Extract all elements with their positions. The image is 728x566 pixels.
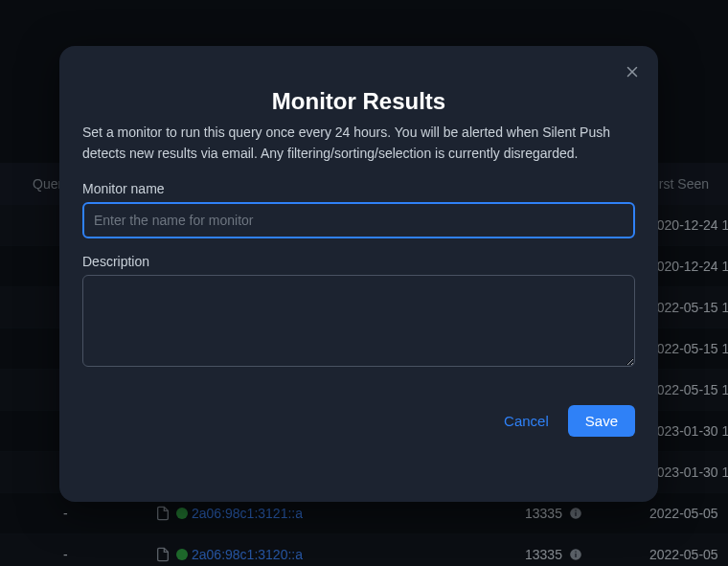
first-seen-value: 2023-01-30 1: [649, 464, 728, 480]
svg-rect-2: [575, 510, 576, 511]
cancel-button[interactable]: Cancel: [504, 413, 549, 429]
modal-description: Set a monitor to run this query once eve…: [82, 123, 635, 164]
asn-value: 13335: [525, 547, 562, 562]
address-link[interactable]: 2a06:98c1:3121::a: [192, 506, 303, 521]
info-icon[interactable]: [569, 548, 582, 561]
first-seen-value: 2022-05-05: [649, 506, 718, 521]
col-first-seen: irst Seen: [656, 176, 709, 192]
description-textarea[interactable]: [82, 275, 635, 367]
svg-rect-4: [575, 554, 576, 557]
save-button[interactable]: Save: [568, 405, 635, 437]
row-dash: -: [63, 547, 68, 562]
monitor-results-modal: Monitor Results Set a monitor to run thi…: [59, 46, 658, 502]
first-seen-value: 2020-12-24 19: [649, 217, 728, 233]
first-seen-value: 2022-05-15 1: [649, 382, 728, 397]
svg-rect-5: [575, 552, 576, 553]
description-label: Description: [82, 254, 635, 269]
first-seen-value: 2023-01-30 1: [649, 423, 728, 439]
modal-title: Monitor Results: [82, 88, 635, 115]
first-seen-value: 2020-12-24 19: [649, 259, 728, 274]
status-dot-icon: [176, 549, 188, 560]
first-seen-value: 2022-05-05: [649, 547, 718, 562]
info-icon[interactable]: [569, 507, 582, 520]
asn-value: 13335: [525, 506, 562, 521]
document-icon[interactable]: [155, 547, 171, 562]
modal-actions: Cancel Save: [82, 405, 635, 437]
svg-rect-1: [575, 512, 576, 516]
close-icon[interactable]: [624, 63, 641, 80]
table-row[interactable]: -2a06:98c1:3120::a133352022-05-05: [0, 534, 728, 566]
col-query: Quer: [33, 176, 62, 192]
monitor-name-label: Monitor name: [82, 181, 635, 196]
row-dash: -: [63, 506, 68, 521]
first-seen-value: 2022-05-15 1: [649, 341, 728, 356]
monitor-name-input[interactable]: [82, 202, 635, 238]
address-link[interactable]: 2a06:98c1:3120::a: [192, 547, 303, 562]
first-seen-value: 2022-05-15 1: [649, 300, 728, 315]
document-icon[interactable]: [155, 506, 171, 521]
status-dot-icon: [176, 508, 188, 519]
